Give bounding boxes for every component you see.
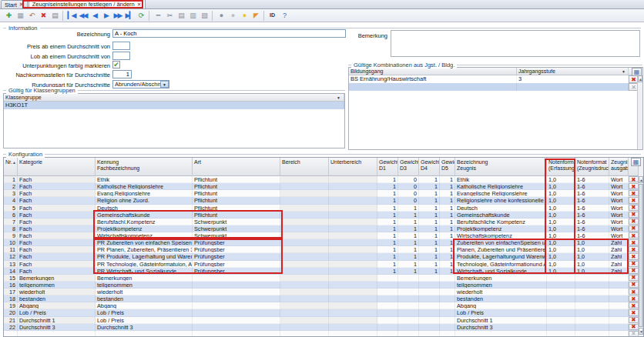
cell-kennung[interactable]: PR Planen, Zubereiten, Präsentieren 3Gan…	[96, 246, 193, 253]
cell-bez[interactable]: Lob / Preis	[455, 309, 547, 316]
cell-kategorie[interactable]: Fach	[18, 190, 96, 197]
cell-nr[interactable]: 18	[4, 295, 18, 302]
cell-d3[interactable]	[398, 331, 419, 337]
cell-art[interactable]: Prüfungsber	[193, 261, 280, 268]
cell-d1[interactable]: 1	[377, 205, 398, 212]
cell-nfd[interactable]	[575, 309, 609, 316]
column-header-kennung[interactable]: KennungFachbezeichnung	[96, 158, 193, 176]
cell-unterbereich[interactable]	[329, 176, 377, 183]
cell-kategorie[interactable]: Fach	[18, 205, 96, 212]
cell-nfe[interactable]: 1,0	[547, 268, 575, 275]
cell-kategorie[interactable]: Abgang	[18, 302, 96, 309]
scroll-down-icon[interactable]: ▼	[639, 328, 643, 335]
cell-d3[interactable]: 0	[398, 190, 419, 197]
cell-nr[interactable]: 11	[4, 246, 18, 253]
cell-d1[interactable]	[377, 275, 398, 282]
cell-kennung[interactable]: Religion ohne Zuord.	[96, 197, 193, 204]
table-row[interactable]: BS Ernährung/Hauswirtschaft 3 ✖	[349, 75, 642, 83]
cell-nfd[interactable]: 1-6	[575, 183, 609, 190]
cell-nfe[interactable]: 1,0	[547, 246, 575, 253]
cell-bildungsgang[interactable]: BS Ernährung/Hauswirtschaft	[349, 75, 517, 83]
cell-kategorie[interactable]: wiederholt	[18, 289, 96, 295]
cell-nfe[interactable]: 1,0	[547, 253, 575, 260]
cell-ausgabe[interactable]: Wort	[609, 219, 629, 225]
cell-bereich[interactable]	[280, 324, 329, 331]
table-row[interactable]: 15BemerkungenBemerkungenBemerkungen✖	[4, 275, 639, 282]
table-row[interactable]: H3KO1T	[4, 102, 344, 109]
table-row[interactable]: 7FachBerufsfachl.KompetenzSchwerpunkt111…	[4, 219, 639, 225]
cell-bereich[interactable]	[280, 309, 329, 316]
cell-d4[interactable]: 1	[419, 205, 440, 212]
cell-bez[interactable]: Evangelische Religionslehre	[455, 190, 547, 197]
cell-d1[interactable]	[377, 317, 398, 324]
cell-d3[interactable]: 0	[398, 176, 419, 183]
cell-bereich[interactable]	[280, 317, 329, 324]
table-row[interactable]: 17wiederholtwiederholtwiederholt✖	[4, 289, 639, 295]
cell-d1[interactable]: 1	[377, 176, 398, 183]
cell-unterbereich[interactable]	[329, 261, 377, 268]
table-row[interactable]: 19AbgangAbgangAbgang✖	[4, 302, 639, 309]
cell-d3[interactable]: 0	[398, 197, 419, 204]
cell-unterbereich[interactable]	[329, 295, 377, 302]
cell-d5[interactable]: 1	[440, 197, 455, 204]
cell-unterbereich[interactable]	[329, 225, 377, 232]
cell-nr[interactable]: 20	[4, 309, 18, 316]
column-header-d4[interactable]: GewichtD4	[419, 158, 440, 176]
cell-kategorie[interactable]: Bemerkungen	[18, 275, 96, 282]
nav-first-button[interactable]: ▎◀	[65, 10, 77, 21]
cell-nfd[interactable]	[575, 295, 609, 302]
cell-unterbereich[interactable]	[329, 232, 377, 239]
cell-d5[interactable]	[440, 289, 455, 295]
cell-bez[interactable]: teilgenommen	[455, 282, 547, 289]
cell-nr[interactable]: 1	[4, 176, 18, 183]
table-row[interactable]: 4FachReligion ohne Zuord.Pflichtunt1011R…	[4, 197, 639, 204]
cell-d5[interactable]	[440, 309, 455, 316]
cell-nfd[interactable]	[575, 324, 609, 331]
cell-unterbereich[interactable]	[329, 302, 377, 309]
cell-kategorie[interactable]: Fach	[18, 176, 96, 183]
announce-button[interactable]: ◤	[250, 10, 261, 21]
paste-special-button[interactable]: ▧	[198, 10, 210, 21]
table-row[interactable]: 18bestandenbestandenbestanden✖	[4, 295, 639, 302]
cell-d3[interactable]: 1	[398, 212, 419, 219]
cell-nfe[interactable]: 1,0	[547, 261, 575, 268]
cell-bereich[interactable]	[280, 190, 329, 197]
cell-art[interactable]	[193, 289, 280, 295]
cell-nr[interactable]: 12	[4, 253, 18, 260]
cell-bereich[interactable]	[280, 302, 329, 309]
cell-nfd[interactable]: 1,0	[575, 253, 609, 260]
cell-nfd[interactable]: 1-6	[575, 190, 609, 197]
cell-kategorie[interactable]: Fach	[18, 253, 96, 260]
cell-d3[interactable]	[398, 289, 419, 295]
cell-kategorie[interactable]: Durchschnitt 3	[18, 324, 96, 331]
cell-art[interactable]: Prüfungsber	[193, 239, 280, 246]
cell-art[interactable]: Pflichtunt	[193, 197, 280, 204]
column-header-bereich[interactable]: Bereich	[280, 158, 329, 176]
table-row[interactable]: 22Durchschnitt 3Durchschnitt 3Durchschni…	[4, 324, 639, 331]
table-row[interactable]: 8FachProjektkompetenzSchwerpunkt1111Proj…	[4, 225, 639, 232]
cell-unterbereich[interactable]	[329, 190, 377, 197]
cell-d3[interactable]: 1	[398, 205, 419, 212]
column-header-bez[interactable]: BezeichnungZeugnis	[455, 158, 547, 176]
cell-nr[interactable]: 8	[4, 225, 18, 232]
cell-ausgabe[interactable]	[609, 282, 629, 289]
cell-d1[interactable]: 1	[377, 212, 398, 219]
cell-ausgabe[interactable]	[609, 317, 629, 324]
table-row[interactable]: 16teilgenommenteilgenommenteilgenommen✖	[4, 282, 639, 289]
cell-kennung[interactable]: Ethik	[96, 176, 193, 183]
column-header-jahrgangsstufe[interactable]: Jahrgangsstufe ▼	[517, 68, 629, 75]
cell-nfe[interactable]: 1,0	[547, 219, 575, 225]
tab-zeugniseinstellungen[interactable]: Zeugniseinstellungen festlegen / ändern …	[29, 0, 146, 8]
column-header-d3[interactable]: GewichtD3	[398, 158, 419, 176]
cell-nfd[interactable]: 1-6	[575, 197, 609, 204]
table-row[interactable]: 12FachPR Produkte, Lagerhaltung und Ware…	[4, 253, 639, 260]
table-row[interactable]: 2FachKatholische ReligionslehrePflichtun…	[4, 183, 639, 190]
table-row[interactable]: 13FachPR Technologie, Gästeinformatuion,…	[4, 261, 639, 268]
cell-nr[interactable]: 9	[4, 232, 18, 239]
lob-input[interactable]	[112, 52, 130, 60]
table-row[interactable]: 14FachPR Wirtschaft- und SozialkundePrüf…	[4, 268, 639, 275]
cell-unterbereich[interactable]	[329, 219, 377, 225]
scrollbar[interactable]: ▲	[637, 68, 642, 149]
cell-ausgabe[interactable]	[609, 275, 629, 282]
cell-bereich[interactable]	[280, 232, 329, 239]
